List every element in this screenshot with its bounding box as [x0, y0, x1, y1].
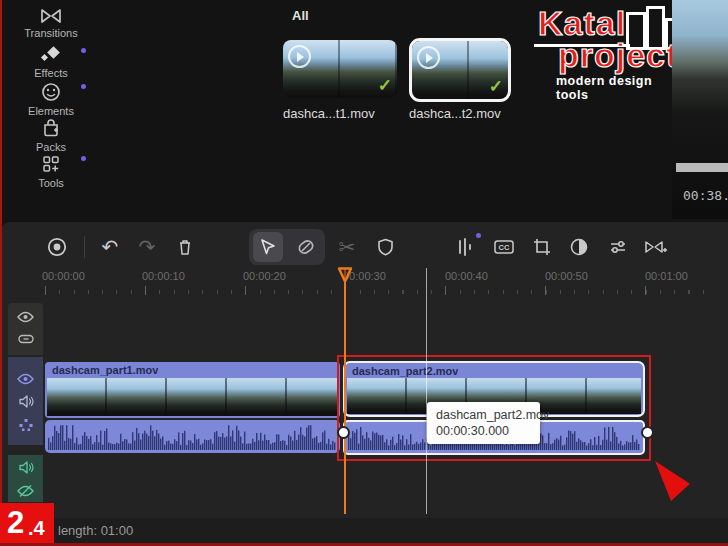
toolbar-separator [84, 236, 85, 258]
scissors-icon: ✂ [339, 237, 356, 257]
packs-icon [14, 118, 88, 138]
sidebar-item-tools[interactable]: Tools [14, 154, 88, 189]
media-filter-all[interactable]: All [292, 8, 309, 23]
media-item-dashcam-part1[interactable]: ✓ [283, 40, 397, 98]
ruler-tick-label: 00:01:00 [645, 270, 688, 282]
ruler-tick-label: 00:00:40 [445, 270, 488, 282]
svg-text:CC: CC [499, 243, 510, 252]
notification-dot [476, 233, 481, 238]
speaker-icon[interactable] [18, 395, 34, 408]
clip-tooltip: dashcam_part2.mov 00:00:30.000 [427, 402, 540, 444]
slash-tool-icon [296, 237, 316, 257]
add-transition-icon [644, 237, 668, 257]
sidebar-item-effects[interactable]: Effects [14, 46, 88, 79]
frame-edge-left [0, 0, 2, 546]
redo-icon: ↷ [139, 237, 156, 257]
check-icon: ✓ [378, 75, 392, 96]
timeline-panel: ↶ ↷ ✂ CC [0, 222, 728, 518]
elements-icon [14, 82, 88, 102]
clip-dashcam-part1-audio[interactable] [45, 420, 340, 453]
trim-handle-left[interactable] [337, 426, 350, 439]
shield-icon [376, 237, 395, 257]
track-header-audio [8, 455, 43, 502]
contrast-icon [569, 237, 589, 257]
playhead-pin[interactable] [337, 267, 353, 284]
transitions-icon [14, 8, 88, 24]
captions-icon: CC [493, 238, 515, 256]
preview-progress-bar[interactable] [676, 163, 728, 172]
media-item-dashcam-part2[interactable]: ✓ [412, 41, 508, 99]
preview-timecode: 00:38. [683, 188, 728, 203]
track-header-video [8, 357, 43, 445]
video-editor-window: Transitions Effects Elements Packs Tools… [0, 0, 728, 546]
effects-icon [14, 46, 88, 64]
track-header-overlay [8, 303, 43, 355]
logo-title-line2: project [558, 38, 678, 72]
trim-handle-right[interactable] [641, 426, 654, 439]
crop-button[interactable] [527, 232, 557, 262]
preview-player[interactable] [672, 0, 728, 219]
tools-icon [14, 154, 88, 174]
shield-button[interactable] [370, 232, 400, 262]
link-icon[interactable] [18, 333, 34, 345]
play-icon [417, 46, 440, 69]
sidebar-item-transitions[interactable]: Transitions [14, 8, 88, 39]
notification-dot [81, 84, 86, 89]
clip-name: dashcam_part1.mov [52, 364, 158, 376]
status-bar: length: 01:00 [0, 518, 728, 543]
redo-button[interactable]: ↷ [132, 232, 162, 262]
delete-button[interactable] [170, 232, 200, 262]
mixer-icon [455, 237, 475, 257]
ruler-tick-label: 00:00:10 [142, 270, 185, 282]
eye-icon[interactable] [17, 311, 34, 323]
split-button[interactable]: ✂ [332, 232, 362, 262]
edit-point-line [426, 268, 427, 514]
ruler-minor-ticks[interactable] [45, 290, 705, 294]
eye-off-icon[interactable] [17, 484, 34, 498]
undo-icon: ↶ [102, 237, 119, 257]
select-tool-icon [258, 237, 278, 257]
trash-icon [175, 237, 195, 257]
slash-tool-button[interactable] [291, 232, 321, 262]
sidebar-item-label: Effects [14, 67, 88, 79]
clip-name: dashcam_part2.mov [352, 365, 458, 377]
speaker-icon[interactable] [18, 461, 34, 474]
notification-dot [81, 48, 86, 53]
select-tool-button[interactable] [253, 232, 283, 262]
add-transition-button[interactable] [641, 232, 671, 262]
sidebar-item-packs[interactable]: Packs [14, 118, 88, 153]
sidebar-item-label: Elements [14, 105, 88, 117]
contrast-button[interactable] [564, 232, 594, 262]
crop-icon [532, 237, 552, 257]
captions-button[interactable]: CC [489, 232, 519, 262]
sidebar-item-label: Tools [14, 177, 88, 189]
effects-icon[interactable] [18, 418, 34, 432]
sidebar-item-elements[interactable]: Elements [14, 82, 88, 117]
media-item-label: dashca...t1.mov [283, 106, 375, 121]
katalproject-logo: Katal project modern design tools [524, 2, 678, 82]
notification-dot [81, 156, 86, 161]
record-button[interactable] [42, 232, 72, 262]
clip-filmstrip [47, 378, 338, 416]
sliders-icon [608, 237, 628, 257]
undo-button[interactable]: ↶ [95, 232, 125, 262]
ruler-tick-label: 00:00:50 [545, 270, 588, 282]
adjust-button[interactable] [603, 232, 633, 262]
project-length: length: 01:00 [58, 523, 133, 538]
eye-icon[interactable] [17, 373, 34, 385]
check-icon: ✓ [489, 76, 503, 97]
clip-dashcam-part1-video[interactable]: dashcam_part1.mov [45, 362, 340, 418]
ruler-tick-label: 00:00:20 [243, 270, 286, 282]
logo-tagline: modern design tools [556, 74, 678, 102]
audio-mixer-button[interactable] [450, 232, 480, 262]
play-icon [288, 45, 311, 68]
playhead-line[interactable] [344, 269, 346, 514]
tooltip-title: dashcam_part2.mov [436, 407, 540, 423]
sidebar-item-label: Packs [14, 141, 88, 153]
logo-title-line1: Katal [538, 6, 626, 40]
version-badge: 2 .4 [0, 503, 54, 543]
media-item-label: dashca...t2.mov [409, 106, 501, 121]
tooltip-timecode: 00:00:30.000 [436, 423, 540, 439]
ruler-tick-label: 00:00:00 [42, 270, 85, 282]
sidebar-item-label: Transitions [14, 27, 88, 39]
